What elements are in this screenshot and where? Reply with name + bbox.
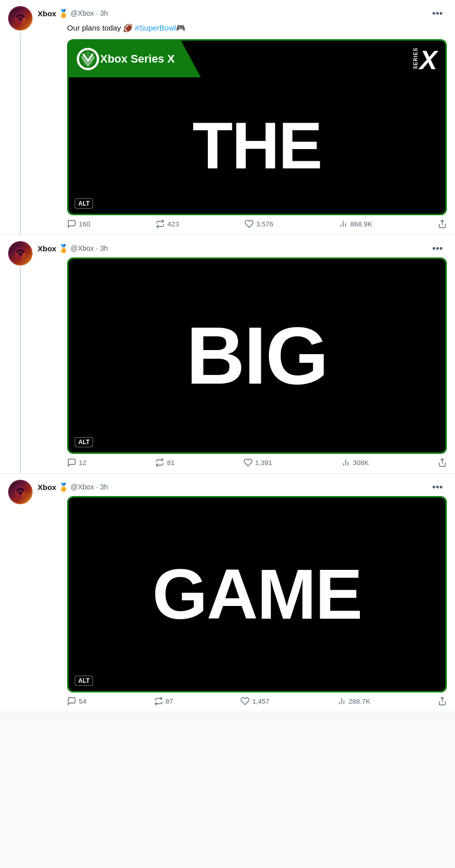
- alt-badge[interactable]: ALT: [75, 437, 93, 447]
- alt-badge[interactable]: ALT: [75, 198, 93, 209]
- tweet-image-big[interactable]: BIG ALT: [67, 257, 447, 454]
- svg-point-1: [19, 18, 22, 21]
- retweet-button[interactable]: 423: [156, 219, 179, 228]
- image-main-text-the: THE: [69, 77, 445, 214]
- share-button[interactable]: [438, 219, 447, 228]
- tweet-actions-3: 54 87 1,457 288.7K: [67, 695, 447, 712]
- xbox-green-header: Xbox Series X: [69, 41, 201, 77]
- views-count: 868.9K: [350, 220, 372, 228]
- comment-button[interactable]: 160: [67, 219, 90, 228]
- user-name: Xbox: [38, 483, 56, 491]
- views-count: 288.7K: [349, 698, 371, 705]
- user-name: Xbox: [38, 9, 56, 18]
- more-options-button[interactable]: •••: [428, 480, 447, 494]
- like-button[interactable]: 1,391: [244, 458, 272, 467]
- views-count: 308K: [353, 459, 369, 467]
- retweet-button[interactable]: 87: [154, 697, 173, 706]
- comment-count: 12: [79, 459, 86, 467]
- share-button[interactable]: [438, 458, 447, 467]
- thread-line: [20, 33, 21, 235]
- tweet-1: Xbox 🏅 @Xbox · 3h ••• Our plans today 🏈 …: [0, 0, 455, 235]
- verified-icon: 🏅: [58, 482, 69, 492]
- comment-button[interactable]: 54: [67, 697, 86, 706]
- retweet-count: 87: [166, 698, 173, 705]
- xbox-logo-icon: [77, 48, 99, 70]
- retweet-count: 423: [167, 220, 179, 228]
- avatar[interactable]: [8, 480, 33, 504]
- tweet-3: Xbox 🏅 @Xbox · 3h ••• GAME ALT: [0, 474, 455, 712]
- tweet-actions-1: 160 423 3,576 868.9K: [67, 217, 447, 235]
- tweet-image-game[interactable]: GAME ALT: [67, 496, 447, 692]
- avatar[interactable]: [8, 241, 33, 266]
- xbox-series-x-label: Xbox Series X: [100, 52, 175, 66]
- tweet-text: Our plans today 🏈 #SuperBowl🎮: [67, 22, 447, 33]
- views-button[interactable]: 288.7K: [337, 697, 371, 706]
- thread-line: [20, 268, 21, 473]
- verified-icon: 🏅: [58, 244, 69, 253]
- like-button[interactable]: 3,576: [245, 219, 274, 228]
- like-count: 1,391: [255, 459, 272, 467]
- alt-badge[interactable]: ALT: [75, 676, 93, 686]
- more-options-button[interactable]: •••: [428, 241, 447, 255]
- verified-icon: 🏅: [58, 9, 69, 18]
- user-handle: @Xbox · 3h: [71, 244, 108, 252]
- svg-point-9: [19, 253, 22, 256]
- svg-point-15: [19, 491, 22, 495]
- like-count: 1,457: [252, 698, 269, 705]
- more-options-button[interactable]: •••: [428, 6, 447, 20]
- comment-button[interactable]: 12: [67, 458, 86, 467]
- image-main-text-big: BIG: [69, 315, 445, 396]
- tweet-actions-2: 12 81 1,391 308K: [67, 456, 447, 473]
- retweet-button[interactable]: 81: [155, 458, 174, 467]
- comment-count: 54: [79, 698, 86, 705]
- share-button[interactable]: [438, 697, 447, 706]
- tweet-2: Xbox 🏅 @Xbox · 3h ••• BIG ALT: [0, 235, 455, 474]
- user-name: Xbox: [38, 244, 56, 253]
- retweet-count: 81: [167, 459, 174, 467]
- views-button[interactable]: 308K: [341, 458, 369, 467]
- user-handle: @Xbox · 3h: [71, 483, 108, 491]
- like-button[interactable]: 1,457: [240, 697, 269, 706]
- series-x-branding: SERIES X: [413, 47, 437, 73]
- avatar[interactable]: [8, 6, 33, 31]
- tweet-image-the[interactable]: Xbox Series X SERIES X THE ALT: [67, 39, 447, 215]
- comment-count: 160: [79, 220, 90, 228]
- like-count: 3,576: [256, 220, 274, 228]
- user-handle: @Xbox · 3h: [71, 9, 108, 17]
- views-button[interactable]: 868.9K: [339, 219, 372, 228]
- image-main-text-game: GAME: [69, 559, 445, 630]
